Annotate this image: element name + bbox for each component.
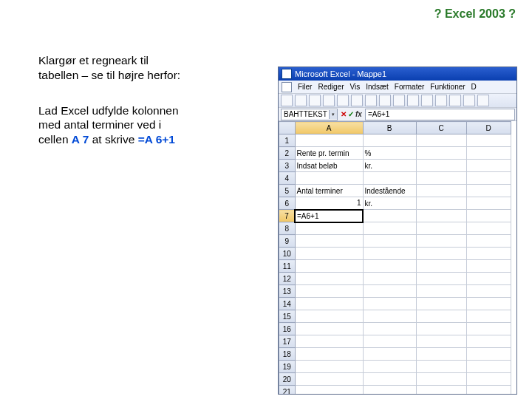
tool-new-icon[interactable] [281,95,293,106]
col-header-a[interactable]: A [295,122,363,134]
cell[interactable] [466,348,511,361]
cell[interactable] [466,147,511,160]
cell[interactable] [363,260,416,273]
cell[interactable] [295,260,363,273]
accept-icon[interactable]: ✓ [348,110,354,118]
tool-zoom-icon[interactable] [449,95,461,106]
tool-undo-icon[interactable] [379,95,391,106]
cell[interactable]: kr. [363,160,416,172]
cell[interactable] [363,361,416,373]
cell[interactable] [363,222,416,235]
cell[interactable] [363,373,416,386]
cell[interactable] [416,348,466,361]
cell[interactable] [295,335,363,348]
row-header[interactable]: 3 [279,160,296,172]
cell[interactable] [416,160,466,172]
cell[interactable] [466,323,511,335]
tool-open-icon[interactable] [295,95,307,106]
cell[interactable] [416,323,466,335]
cell[interactable]: =A6+1 [295,210,363,222]
cell[interactable] [295,348,363,361]
cell[interactable] [363,134,416,147]
cell[interactable]: kr. [363,197,416,210]
cell[interactable] [363,310,416,323]
col-header-d[interactable]: D [466,122,511,134]
row-header[interactable]: 1 [279,134,296,147]
cell[interactable] [466,310,511,323]
cell[interactable]: Antal terminer [295,185,363,197]
cell[interactable] [295,323,363,335]
cell[interactable] [466,285,511,298]
cell[interactable] [466,235,511,248]
cell[interactable] [295,222,363,235]
cell[interactable] [466,222,511,235]
row-header[interactable]: 7 [279,210,296,222]
cell[interactable] [416,222,466,235]
cell[interactable] [466,160,511,172]
cell[interactable] [466,248,511,260]
row-header[interactable]: 8 [279,222,296,235]
cell[interactable] [466,335,511,348]
cell[interactable] [466,197,511,210]
cell[interactable] [466,210,511,222]
cell[interactable] [466,260,511,273]
cell[interactable] [466,185,511,197]
cell[interactable] [416,298,466,310]
cell[interactable] [466,386,511,395]
cell[interactable]: 1 [295,197,363,210]
menu-rediger[interactable]: Rediger [318,83,344,91]
tool-redo-icon[interactable] [393,95,405,106]
row-header[interactable]: 9 [279,235,296,248]
row-header[interactable]: 16 [279,323,296,335]
menu-filer[interactable]: Filer [298,83,312,91]
row-header[interactable]: 2 [279,147,296,160]
cell[interactable] [416,185,466,197]
cell[interactable] [363,348,416,361]
tool-sort-icon[interactable] [421,95,433,106]
cell[interactable] [416,235,466,248]
cell[interactable] [416,197,466,210]
cell[interactable] [295,134,363,147]
cell[interactable] [363,323,416,335]
cell[interactable] [466,273,511,285]
row-header[interactable]: 12 [279,273,296,285]
cell[interactable] [416,134,466,147]
cell[interactable] [466,298,511,310]
cell[interactable] [295,386,363,395]
cell[interactable]: Rente pr. termin [295,147,363,160]
row-header[interactable]: 6 [279,197,296,210]
tool-sum-icon[interactable] [407,95,419,106]
row-header[interactable]: 15 [279,310,296,323]
cell[interactable] [363,386,416,395]
cell[interactable] [416,386,466,395]
cell[interactable] [363,248,416,260]
row-header[interactable]: 10 [279,248,296,260]
row-header[interactable]: 13 [279,285,296,298]
formula-input[interactable]: =A6+1 [365,109,515,120]
cell[interactable] [416,273,466,285]
cell[interactable] [295,235,363,248]
menu-formater[interactable]: Formater [395,83,425,91]
tool-save-icon[interactable] [309,95,321,106]
fx-icon[interactable]: fx [355,110,362,118]
cell[interactable] [416,172,466,185]
col-header-c[interactable]: C [416,122,466,134]
cancel-icon[interactable]: ✕ [341,110,347,118]
cell[interactable] [416,210,466,222]
cell[interactable] [416,285,466,298]
cell[interactable] [416,361,466,373]
name-box[interactable]: BAHTTEKST ▾ [281,109,338,120]
cell[interactable] [295,298,363,310]
cell[interactable] [295,373,363,386]
cell[interactable]: Indestående [363,185,416,197]
cell[interactable] [363,335,416,348]
menu-d[interactable]: D [471,83,477,91]
cell[interactable] [295,285,363,298]
cell[interactable] [363,285,416,298]
tool-help-icon[interactable] [463,95,475,106]
row-header[interactable]: 18 [279,348,296,361]
row-header[interactable]: 20 [279,373,296,386]
cell[interactable] [416,147,466,160]
tool-chart-icon[interactable] [435,95,447,106]
cell[interactable]: % [363,147,416,160]
